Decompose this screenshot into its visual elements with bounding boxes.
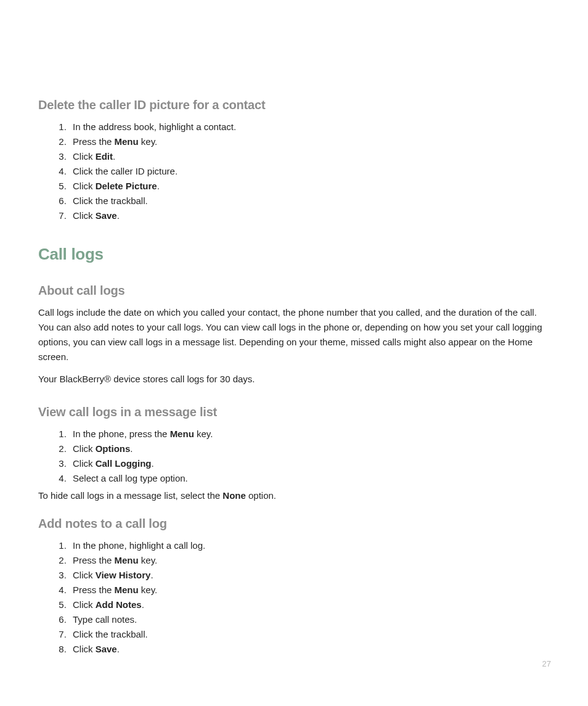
step-item: Click Save. [69,642,551,657]
steps-view-call-logs: In the phone, press the Menu key.Click O… [38,427,551,486]
section-add-notes: Add notes to a call log In the phone, hi… [38,514,551,657]
bold-text: Add Notes [96,599,142,610]
step-item: Press the Menu key. [69,583,551,597]
step-item: Click Delete Picture. [69,179,551,194]
bold-text: Delete Picture [96,181,157,191]
step-item: Click Add Notes. [69,597,551,612]
document-page: Delete the caller ID picture for a conta… [0,0,588,706]
bold-text: View History [96,570,151,580]
bold-text: Menu [115,555,139,565]
step-item: Type call notes. [69,612,551,627]
heading-call-logs: Call logs [38,242,551,266]
paragraph-about-call-logs-2: Your BlackBerry® device stores call logs… [38,372,551,387]
bold-text: Options [96,443,131,454]
bold-text: Call Logging [96,458,152,469]
step-item: In the phone, highlight a call log. [69,538,551,553]
step-item: Click the trackball. [69,627,551,642]
bold-text: Menu [115,136,139,147]
bold-text: Menu [115,585,139,595]
step-item: In the phone, press the Menu key. [69,427,551,441]
bold-text: Edit [96,151,113,162]
heading-view-call-logs: View call logs in a message list [38,403,551,422]
heading-delete-caller-id: Delete the caller ID picture for a conta… [38,96,551,115]
bold-text: None [223,490,246,501]
bold-text: Save [96,644,117,654]
page-number: 27 [542,658,551,670]
step-item: Select a call log type option. [69,471,551,486]
section-view-call-logs: View call logs in a message list In the … [38,403,551,503]
step-item: Click Edit. [69,149,551,164]
steps-add-notes: In the phone, highlight a call log.Press… [38,538,551,657]
step-item: Click the caller ID picture. [69,164,551,179]
step-item: Click Save. [69,208,551,223]
bold-text: Save [96,210,117,221]
steps-delete-caller-id: In the address book, highlight a contact… [38,120,551,223]
step-item: Press the Menu key. [69,553,551,568]
step-item: Press the Menu key. [69,134,551,149]
bold-text: Menu [170,429,194,439]
step-item: Click Call Logging. [69,456,551,471]
heading-add-notes: Add notes to a call log [38,514,551,533]
heading-about-call-logs: About call logs [38,281,551,300]
step-item: Click Options. [69,441,551,456]
section-about-call-logs: About call logs Call logs include the da… [38,281,551,387]
step-item: Click the trackball. [69,194,551,208]
section-delete-caller-id: Delete the caller ID picture for a conta… [38,96,551,223]
step-item: In the address book, highlight a contact… [69,120,551,134]
paragraph-about-call-logs-1: Call logs include the date on which you … [38,305,551,364]
paragraph-view-call-logs-trailing: To hide call logs in a message list, sel… [38,488,551,503]
step-item: Click View History. [69,568,551,583]
